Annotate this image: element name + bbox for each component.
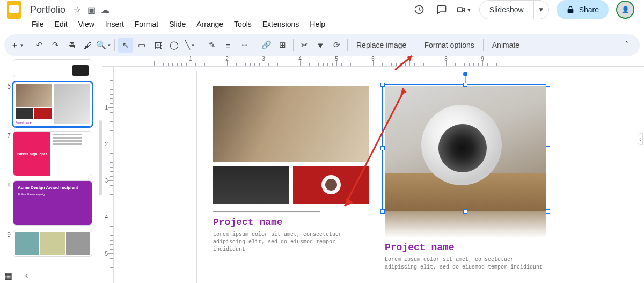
reset-image-button[interactable]: ⟳: [329, 38, 344, 53]
image-tool[interactable]: 🖼: [150, 38, 165, 53]
svg-rect-0: [457, 8, 462, 12]
redo-button[interactable]: ↷: [48, 38, 63, 53]
divider: [213, 211, 320, 212]
project-right: Project name Lorem ipsum dolor sit amet,…: [385, 86, 546, 271]
project-left: Project name Lorem ipsum dolor sit amet,…: [213, 86, 369, 253]
animate-button[interactable]: Animate: [487, 38, 525, 53]
resize-handle-nw[interactable]: [380, 83, 385, 87]
resize-handle-sw[interactable]: [380, 209, 385, 214]
toolbar: ＋▼ ↶ ↷ 🖶 🖌 🔍▼ ↖ ▭ 🖼 ◯ ╲▼ ✎ ≡ ┉ 🔗 ⊞ ✂ ▼ ⟳…: [4, 34, 640, 56]
canvas-area: 123456789 12345 Project name Lorem ipsum…: [102, 56, 644, 283]
slide-thumb-6[interactable]: Project name: [13, 82, 92, 127]
document-title[interactable]: Portfolio: [27, 3, 69, 17]
slideshow-dropdown[interactable]: ▼: [533, 1, 548, 19]
version-history-icon[interactable]: [412, 2, 427, 17]
slide-thumb-8[interactable]: Acme Design Award recipientFinibus liber…: [13, 180, 92, 226]
filmstrip-prev-icon[interactable]: ‹: [25, 271, 28, 281]
mask-button[interactable]: ▼: [313, 38, 328, 53]
border-dash-button[interactable]: ┉: [237, 38, 252, 53]
resize-handle-se[interactable]: [546, 209, 550, 214]
border-weight-button[interactable]: ≡: [221, 38, 236, 53]
slide-number: 6: [3, 82, 11, 90]
menu-view[interactable]: View: [74, 19, 99, 30]
border-color-button[interactable]: ✎: [204, 38, 219, 53]
image-cameras[interactable]: [213, 166, 289, 204]
share-button[interactable]: Share: [557, 0, 609, 19]
lock-icon: [566, 5, 575, 14]
menu-extensions[interactable]: Extensions: [258, 19, 304, 30]
collapse-toolbar-button[interactable]: ˄: [619, 38, 634, 53]
slide-thumb-5[interactable]: [13, 59, 92, 77]
horizontal-ruler[interactable]: 123456789: [102, 56, 644, 67]
grid-view-icon[interactable]: ▦: [4, 271, 12, 281]
image-speaker[interactable]: [385, 86, 546, 211]
resize-handle-e[interactable]: [546, 146, 550, 150]
meet-camera-icon[interactable]: ▼: [457, 2, 472, 17]
new-slide-button[interactable]: ＋▼: [10, 38, 25, 53]
menu-arrange[interactable]: Arrange: [192, 19, 228, 30]
line-tool[interactable]: ╲▼: [182, 38, 197, 53]
zoom-button[interactable]: 🔍▼: [96, 38, 111, 53]
paint-format-button[interactable]: 🖌: [80, 38, 95, 53]
account-avatar[interactable]: 👤: [616, 1, 634, 19]
replace-image-button[interactable]: Replace image: [351, 38, 412, 53]
app-icon[interactable]: [4, 0, 24, 19]
slide-canvas[interactable]: Project name Lorem ipsum dolor sit amet,…: [196, 71, 561, 283]
shape-tool[interactable]: ◯: [166, 38, 181, 53]
move-folder-icon[interactable]: ▣: [86, 4, 97, 15]
menu-file[interactable]: File: [27, 19, 49, 30]
crop-button[interactable]: ✂: [297, 38, 312, 53]
menu-edit[interactable]: Edit: [50, 19, 72, 30]
vertical-ruler[interactable]: 12345: [102, 67, 114, 283]
cloud-status-icon[interactable]: ☁: [100, 4, 111, 15]
slideshow-button[interactable]: Slideshow: [480, 1, 533, 19]
slide-thumb-9[interactable]: [13, 230, 92, 257]
thumb8-label: Acme Design Award recipient: [18, 185, 78, 190]
slide-number: 8: [3, 180, 11, 189]
share-label: Share: [579, 5, 599, 14]
print-button[interactable]: 🖶: [64, 38, 79, 53]
filmstrip: 5 6 Project name 7 Career h: [0, 56, 102, 283]
project-right-title[interactable]: Project name: [385, 242, 546, 253]
project-left-body[interactable]: Lorem ipsum dolor sit amet, consectetuer…: [213, 231, 369, 253]
undo-button[interactable]: ↶: [32, 38, 47, 53]
comment-button[interactable]: ⊞: [275, 38, 290, 53]
resize-handle-w[interactable]: [380, 146, 385, 150]
image-reflection: [385, 211, 546, 238]
image-hand-piano[interactable]: [213, 86, 369, 162]
textbox-tool[interactable]: ▭: [134, 38, 149, 53]
format-options-button[interactable]: Format options: [419, 38, 479, 53]
rotate-handle[interactable]: [463, 72, 467, 76]
side-panel-toggle[interactable]: ‹: [638, 133, 643, 145]
project-left-title[interactable]: Project name: [213, 217, 369, 228]
comments-icon[interactable]: [434, 2, 449, 17]
link-button[interactable]: 🔗: [259, 38, 274, 53]
image-coffee-cup[interactable]: [293, 166, 369, 204]
star-icon[interactable]: ☆: [72, 4, 83, 15]
menu-help[interactable]: Help: [305, 19, 330, 30]
slide-number: 7: [3, 131, 11, 140]
menu-format[interactable]: Format: [130, 19, 163, 30]
resize-handle-ne[interactable]: [546, 83, 550, 87]
slide-number: 9: [3, 230, 11, 238]
menu-slide[interactable]: Slide: [164, 19, 191, 30]
thumb8-sub: Finibus libero campaign: [18, 193, 87, 196]
select-tool[interactable]: ↖: [118, 38, 133, 53]
menu-tools[interactable]: Tools: [229, 19, 257, 30]
menu-insert[interactable]: Insert: [100, 19, 129, 30]
project-right-body[interactable]: Lorem ipsum dolor sit amet, consectetuer…: [385, 256, 546, 271]
thumb7-label: Career highlights: [13, 132, 50, 176]
slide-thumb-7[interactable]: Career highlights: [13, 131, 92, 176]
